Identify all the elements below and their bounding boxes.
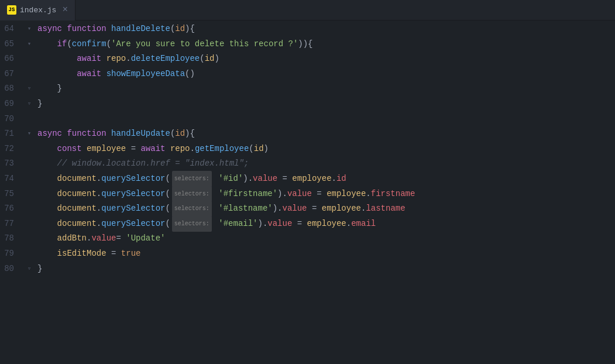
line-numbers: 64 65 66 67 68 69 70 71 72 73 74 75 76 7…: [0, 20, 23, 364]
line-num-74: 74: [0, 171, 19, 187]
fold-70: [23, 112, 35, 127]
fold-68[interactable]: ▿: [23, 81, 35, 97]
fold-64[interactable]: ▾: [23, 22, 35, 37]
code-line-76: document.querySelector(selectors: '#last…: [37, 201, 615, 217]
fold-66: [23, 51, 35, 67]
line-num-66: 66: [0, 51, 19, 67]
line-num-73: 73: [0, 156, 19, 171]
line-num-67: 67: [0, 67, 19, 82]
tab-bar: JS index.js ×: [0, 0, 615, 20]
fold-65[interactable]: ▾: [23, 37, 35, 52]
code-line-73: // window.location.href = "index.html";: [37, 156, 615, 171]
line-num-71: 71: [0, 126, 19, 142]
code-area[interactable]: async function handleDelete(id){ if(conf…: [35, 20, 615, 364]
tab-index-js[interactable]: JS index.js ×: [0, 0, 75, 20]
code-line-78: addBtn.value= 'Update': [37, 231, 615, 246]
line-num-79: 79: [0, 246, 19, 262]
editor-container: 64 65 66 67 68 69 70 71 72 73 74 75 76 7…: [0, 20, 615, 364]
line-num-76: 76: [0, 201, 19, 217]
line-num-77: 77: [0, 217, 19, 232]
code-line-80: }: [37, 262, 615, 277]
line-num-64: 64: [0, 22, 19, 37]
code-line-77: document.querySelector(selectors: '#emai…: [37, 217, 615, 232]
fold-80[interactable]: ▿: [23, 262, 35, 277]
line-num-70: 70: [0, 112, 19, 127]
tab-filename: index.js: [20, 6, 56, 15]
fold-74: [23, 171, 35, 187]
code-line-72: const employee = await repo.getEmployee(…: [37, 142, 615, 157]
close-tab-icon[interactable]: ×: [62, 5, 68, 15]
js-language-icon: JS: [7, 5, 16, 15]
fold-76: [23, 201, 35, 217]
line-num-78: 78: [0, 231, 19, 246]
fold-71[interactable]: ▾: [23, 126, 35, 142]
fold-75: [23, 187, 35, 202]
code-line-66: await repo.deleteEmployee(id): [37, 51, 615, 67]
code-line-68: }: [37, 81, 615, 97]
line-num-68: 68: [0, 81, 19, 97]
line-num-69: 69: [0, 97, 19, 112]
code-line-64: async function handleDelete(id){: [37, 22, 615, 37]
code-line-74: document.querySelector(selectors: '#id')…: [37, 171, 615, 187]
fold-gutters: ▾ ▾ ▿ ▿ ▾ ▿: [23, 20, 35, 364]
line-num-65: 65: [0, 37, 19, 52]
code-line-79: isEditMode = true: [37, 246, 615, 262]
fold-78: [23, 231, 35, 246]
code-line-69: }: [37, 97, 615, 112]
fold-72: [23, 142, 35, 157]
editor-window: JS index.js × 64 65 66 67 68 69 70 71 72…: [0, 0, 615, 364]
code-line-71: async function handleUpdate(id){: [37, 126, 615, 142]
code-line-67: await showEmployeeData(): [37, 67, 615, 82]
fold-69[interactable]: ▿: [23, 97, 35, 112]
code-line-75: document.querySelector(selectors: '#firs…: [37, 187, 615, 202]
fold-77: [23, 217, 35, 232]
line-num-75: 75: [0, 187, 19, 202]
fold-67: [23, 67, 35, 82]
line-num-80: 80: [0, 262, 19, 277]
fold-79: [23, 246, 35, 262]
line-num-72: 72: [0, 142, 19, 157]
code-line-65: if(confirm('Are you sure to delete this …: [37, 37, 615, 52]
fold-73: [23, 156, 35, 171]
code-line-70: [37, 112, 615, 127]
